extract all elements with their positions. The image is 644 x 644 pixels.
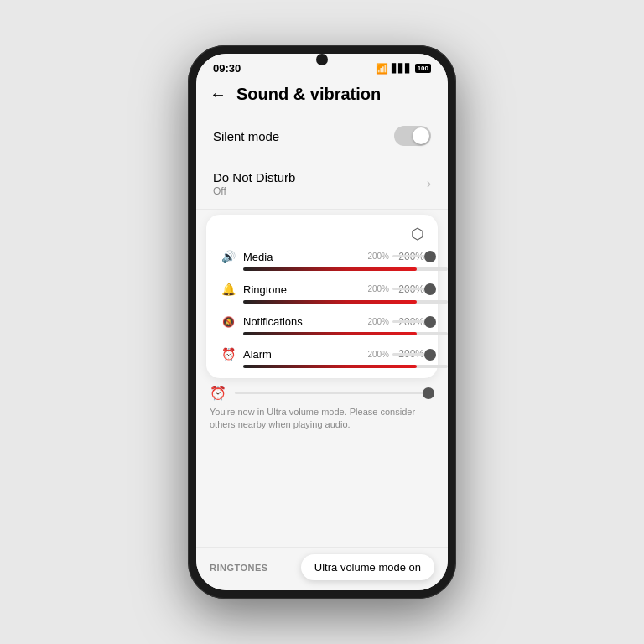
- signal-icon: ▋▋▋: [392, 64, 412, 73]
- ringtones-label: RINGTONES: [210, 563, 268, 573]
- bottom-alarm-thumb: [423, 387, 434, 399]
- alarm-slider-fill: [243, 365, 417, 368]
- status-icons: 📶 ▋▋▋ 100: [376, 63, 431, 75]
- page-header: ← Sound & vibration: [196, 78, 448, 114]
- bottom-bar: RINGTONES Ultra volume mode on: [196, 547, 448, 590]
- alarm-icon: ⏰: [220, 347, 236, 361]
- wifi-icon: 📶: [376, 63, 388, 75]
- notch: [316, 54, 328, 65]
- dnd-sublabel: Off: [213, 185, 295, 197]
- card-header: ⬡: [220, 225, 424, 243]
- phone-frame: 09:30 📶 ▋▋▋ 100 ← Sound & vibration Sile…: [188, 45, 456, 599]
- back-button[interactable]: ←: [210, 85, 226, 104]
- settings-hex-icon[interactable]: ⬡: [411, 225, 424, 243]
- ultra-volume-badge[interactable]: Ultra volume mode on: [301, 554, 434, 580]
- do-not-disturb-row[interactable]: Do Not Disturb Off ›: [196, 158, 448, 210]
- bg-percent-3: 200%: [367, 317, 389, 326]
- silent-mode-toggle[interactable]: [394, 126, 431, 146]
- bg-percent-4: 200%: [367, 350, 389, 359]
- bottom-alarm-icon: ⏰: [210, 385, 226, 401]
- page-title: Sound & vibration: [236, 85, 381, 104]
- dnd-chevron: ›: [427, 176, 431, 191]
- bottom-section: ⏰ You're now in Ultra volume mode. Pleas…: [196, 378, 448, 440]
- bg-thumb-3: [424, 316, 436, 328]
- bottom-alarm-slider[interactable]: [235, 392, 434, 394]
- settings-list: Silent mode Do Not Disturb Off › ⬡: [196, 114, 448, 547]
- media-icon: 🔊: [220, 250, 236, 263]
- bg-thumb-1: [424, 251, 436, 262]
- ringtone-icon: 🔔: [220, 283, 236, 296]
- phone-screen: 09:30 📶 ▋▋▋ 100 ← Sound & vibration Sile…: [196, 54, 448, 590]
- status-time: 09:30: [213, 62, 241, 75]
- ultra-volume-note: You're now in Ultra volume mode. Please …: [210, 406, 434, 432]
- battery-badge: 100: [415, 64, 431, 73]
- silent-mode-row[interactable]: Silent mode: [196, 114, 448, 158]
- alarm-slider[interactable]: [243, 365, 448, 368]
- bg-thumb-2: [424, 283, 436, 295]
- alarm-slider-row: ⏰: [210, 385, 434, 401]
- notifications-icon: 🔕: [220, 316, 236, 328]
- bg-percent-1: 200%: [367, 252, 389, 261]
- bg-percent-2: 200%: [367, 284, 389, 293]
- bg-thumb-4: [424, 349, 436, 361]
- silent-mode-label: Silent mode: [213, 129, 279, 143]
- dnd-label: Do Not Disturb: [213, 170, 295, 184]
